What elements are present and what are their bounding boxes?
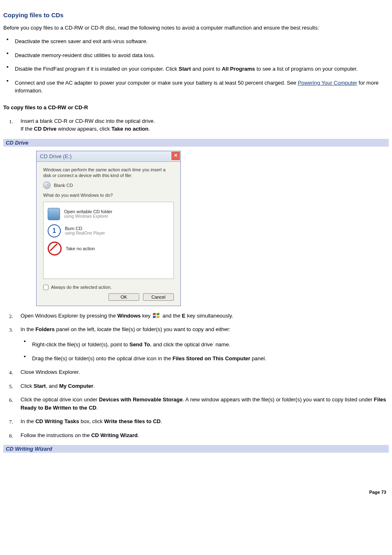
option-burn-cd[interactable]: 1 Burn CD using RealOne Player: [47, 223, 170, 239]
powering-your-computer-link[interactable]: Powering Your Computer: [298, 80, 357, 86]
dialog-options-list[interactable]: Open writable CD folder using Windows Ex…: [43, 202, 174, 279]
step-item: Follow the instructions on the CD Writin…: [12, 431, 389, 440]
option-take-no-action[interactable]: Take no action: [47, 240, 170, 257]
windows-key-icon: [153, 313, 160, 319]
subheading-to-copy: To copy files to a CD-RW or CD-R: [3, 104, 389, 111]
sub-bullets: Right-click the file(s) or folder(s), po…: [21, 339, 389, 362]
dialog-prompt: What do you want Windows to do?: [43, 192, 174, 198]
step-item: Open Windows Explorer by pressing the Wi…: [12, 312, 389, 320]
dialog-media-type: Blank CD: [43, 182, 174, 189]
step-item: Click the optical drive icon under Devic…: [12, 396, 389, 412]
ok-button[interactable]: OK: [108, 293, 139, 301]
intro-paragraph: Before you copy files to a CD-RW or CD-R…: [3, 24, 389, 32]
folder-icon: [48, 208, 60, 220]
steps-list-1: Insert a blank CD-R or CD-RW disc into t…: [12, 117, 389, 133]
note-item: Disable the FindFast program if it is in…: [3, 65, 389, 73]
cd-drive-dialog-screenshot: CD Drive (E:) × Windows can perform the …: [36, 151, 389, 306]
step-item: Close Windows Explorer.: [12, 368, 389, 376]
steps-list-2: Open Windows Explorer by pressing the Wi…: [12, 312, 389, 439]
cancel-button[interactable]: Cancel: [143, 293, 174, 301]
step-item: Insert a blank CD-R or CD-RW disc into t…: [12, 117, 389, 133]
realone-icon: 1: [48, 224, 61, 237]
step-item: Click Start, and My Computer.: [12, 382, 389, 390]
page-number: Page 73: [3, 490, 389, 495]
notes-list: Deactivate the screen saver and exit ant…: [3, 37, 389, 95]
step-item: In the Folders panel on the left, locate…: [12, 325, 389, 362]
option-open-writable-folder[interactable]: Open writable CD folder using Windows Ex…: [47, 206, 170, 222]
sub-bullet-item: Right-click the file(s) or folder(s), po…: [21, 339, 389, 349]
step-item: In the CD Writing Tasks box, click Write…: [12, 417, 389, 426]
cd-icon: [43, 182, 51, 189]
section-bar-cd-drive: CD Drive: [3, 139, 389, 147]
note-item: Connect and use the AC adapter to power …: [3, 79, 389, 95]
note-item: Deactivate memory-resident disc utilitie…: [3, 51, 389, 60]
dialog-titlebar: CD Drive (E:) ×: [37, 151, 180, 162]
dialog-title-text: CD Drive (E:): [40, 153, 71, 159]
no-action-icon: [48, 242, 62, 256]
sub-bullet-item: Drag the file(s) or folder(s) onto the o…: [21, 355, 389, 363]
dialog-intro-text: Windows can perform the same action each…: [43, 167, 174, 179]
section-bar-cd-writing-wizard: CD Writing Wizard: [3, 445, 389, 453]
heading-copying-files: Copying files to CDs: [3, 12, 389, 18]
note-item: Deactivate the screen saver and exit ant…: [3, 37, 389, 46]
close-icon[interactable]: ×: [171, 151, 180, 161]
always-do-label: Always do the selected action.: [51, 285, 112, 290]
always-do-checkbox[interactable]: [43, 285, 48, 290]
